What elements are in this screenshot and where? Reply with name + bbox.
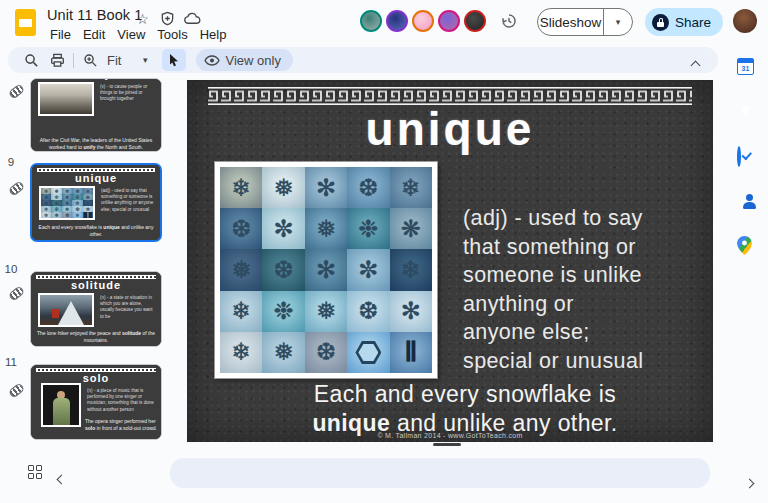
snowflake-photo-cell bbox=[347, 332, 389, 373]
snowflake-photo-cell: ✻ bbox=[305, 249, 347, 290]
menu-view[interactable]: View bbox=[111, 25, 151, 44]
lock-icon bbox=[652, 14, 669, 31]
collaborator-avatar-1[interactable] bbox=[360, 10, 382, 32]
thumb-title: unique bbox=[32, 172, 160, 184]
collaborator-avatar-2[interactable] bbox=[386, 10, 408, 32]
snowflake-photo-cell: ❄ bbox=[41, 212, 51, 218]
grid-view-button[interactable] bbox=[28, 465, 43, 480]
document-title[interactable]: Unit 11 Book 1 bbox=[47, 7, 142, 23]
tasks-icon[interactable] bbox=[737, 146, 741, 167]
select-tool-button[interactable] bbox=[162, 49, 186, 71]
share-button[interactable]: Share bbox=[645, 8, 723, 36]
user-avatar[interactable] bbox=[733, 9, 757, 33]
thumbnail-image-unity bbox=[38, 82, 94, 116]
menu-edit[interactable]: Edit bbox=[77, 25, 111, 44]
zoom-dropdown-caret-icon[interactable]: ▾ bbox=[143, 55, 148, 65]
thumb-title: unity bbox=[31, 78, 161, 80]
collaborator-avatar-4[interactable] bbox=[438, 10, 460, 32]
snowflake-photo-cell: ❆ bbox=[347, 167, 389, 208]
thumb-caption: Each and every snowflake is unique and u… bbox=[36, 224, 156, 237]
menu-help[interactable]: Help bbox=[194, 25, 233, 44]
collaborator-avatar-3[interactable] bbox=[412, 10, 434, 32]
transition-icon bbox=[8, 180, 25, 196]
thumbnail-image-solo bbox=[41, 383, 81, 427]
divider bbox=[73, 53, 74, 68]
thumb-definition: (v) - to cause people or things to be jo… bbox=[100, 84, 157, 103]
thumb-title: solitude bbox=[31, 279, 161, 291]
snowflake-photo-cell: ✻ bbox=[390, 291, 432, 332]
slide-thumbnail-9-selected[interactable]: unique ❄❅✻❆❄❆✼❅❉❋❅❆✻✼❄❄❉❅❆✻❄❅❆❄Ⅱ (adj) -… bbox=[30, 163, 162, 242]
transition-icon bbox=[8, 382, 25, 398]
snowflake-photo-cell: ❋ bbox=[390, 208, 432, 249]
thumb-caption: After the Civil War, the leaders of the … bbox=[35, 137, 157, 150]
snowflake-photo-grid: ❄❅✻❆❄❆✼❅❉❋❅❆✻✼❄❄❉❅❆✻❄❅❆Ⅱ bbox=[215, 162, 437, 378]
snowflake-photo-cell: ❄ bbox=[220, 167, 262, 208]
snowflake-photo-cell: ❆ bbox=[220, 208, 262, 249]
speaker-notes-bar[interactable] bbox=[170, 458, 710, 488]
slide-filmstrip: unity (v) - to cause people or things to… bbox=[0, 76, 172, 456]
thumbnail-image-snowflakes: ❄❅✻❆❄❆✼❅❉❋❅❆✻✼❄❄❉❅❆✻❄❅❆❄Ⅱ bbox=[39, 186, 95, 220]
snowflake-photo-cell: ✻ bbox=[305, 167, 347, 208]
slideshow-dropdown-caret-icon[interactable]: ▾ bbox=[604, 17, 632, 27]
snowflake-photo-cell: ✼ bbox=[262, 208, 304, 249]
search-icon[interactable] bbox=[18, 49, 44, 71]
slide-thumbnail-11[interactable]: solo (n) - a piece of music that is perf… bbox=[30, 364, 162, 440]
snowflake-photo-cell: ❄ bbox=[390, 249, 432, 290]
snowflake-photo-cell: ❅ bbox=[51, 212, 61, 218]
slide-caption: Each and every snowflake is unique and u… bbox=[227, 380, 703, 439]
thumbnail-image-solitude bbox=[38, 293, 94, 327]
snowflake-photo-cell: ❆ bbox=[305, 332, 347, 373]
snowflake-photo-cell: ❆ bbox=[262, 249, 304, 290]
snowflake-photo-cell: ❅ bbox=[262, 332, 304, 373]
snowflake-photo-cell: ✼ bbox=[347, 249, 389, 290]
snowflake-photo-cell: ❄ bbox=[390, 167, 432, 208]
collaborator-avatar-5[interactable] bbox=[464, 10, 486, 32]
menu-file[interactable]: File bbox=[44, 25, 77, 44]
collaborator-avatars bbox=[360, 10, 486, 32]
slide-thumbnail-10[interactable]: solitude (n) - a state or situation in w… bbox=[30, 271, 162, 347]
google-slides-logo-icon[interactable] bbox=[15, 9, 36, 36]
slide-number: 11 bbox=[2, 356, 20, 368]
collapse-toolbar-button[interactable] bbox=[692, 55, 704, 65]
snowflake-photo-cell: ❄ bbox=[72, 212, 82, 218]
snowflake-photo-cell: ❅ bbox=[220, 249, 262, 290]
slide-definition: (adj) - used to say that something or so… bbox=[463, 204, 703, 376]
app-header: Unit 11 Book 1 ☆ File Edit View Tools He… bbox=[0, 0, 768, 45]
snowflake-photo-cell: ❅ bbox=[305, 208, 347, 249]
menubar: File Edit View Tools Help bbox=[44, 25, 232, 44]
slide-credit: © M. Tallman 2014 - www.GotToTeach.com bbox=[187, 432, 713, 439]
google-apps-side-panel: 31 bbox=[722, 45, 768, 503]
slide-number: 10 bbox=[2, 263, 20, 275]
thumb-definition: (adj) - used to say that something or so… bbox=[101, 188, 158, 213]
maps-icon[interactable] bbox=[737, 236, 754, 253]
slideshow-button[interactable]: Slideshow ▾ bbox=[537, 8, 633, 36]
snowflake-photo-cell: ❉ bbox=[347, 208, 389, 249]
thumb-definition: (n) - a state or situation in which you … bbox=[100, 295, 157, 320]
calendar-icon[interactable]: 31 bbox=[737, 58, 754, 75]
snowflake-photo-cell: ❆ bbox=[347, 291, 389, 332]
slide-number: 9 bbox=[2, 156, 20, 168]
snowflake-photo-cell: ❄ bbox=[220, 291, 262, 332]
thumb-definition: (n) - a piece of music that is performed… bbox=[87, 388, 157, 413]
transition-icon bbox=[8, 83, 25, 99]
slide-thumbnail-8[interactable]: unity (v) - to cause people or things to… bbox=[30, 78, 162, 152]
print-icon[interactable] bbox=[44, 49, 70, 71]
toolbar: Fit ▾ View only bbox=[8, 47, 718, 73]
snowflake-photo-cell: ❅ bbox=[262, 167, 304, 208]
thumb-caption: The opera singer performed her solo in f… bbox=[85, 418, 159, 431]
collapse-filmstrip-button[interactable] bbox=[58, 469, 65, 487]
slide-canvas[interactable]: unique ❄❅✻❆❄❆✼❅❉❋❅❆✻✼❄❄❉❅❆✻❄❅❆Ⅱ (adj) - … bbox=[187, 80, 713, 442]
version-history-icon[interactable] bbox=[500, 12, 518, 30]
view-only-mode-button[interactable]: View only bbox=[196, 49, 293, 71]
slideshow-label: Slideshow bbox=[538, 15, 603, 30]
eye-icon bbox=[204, 55, 220, 66]
menu-tools[interactable]: Tools bbox=[151, 25, 193, 44]
transition-icon bbox=[8, 285, 25, 301]
zoom-icon[interactable] bbox=[77, 49, 103, 71]
slide-title: unique bbox=[187, 102, 713, 156]
snowflake-photo-cell: Ⅱ bbox=[390, 332, 432, 373]
thumb-caption: The lone hiker enjoyed the peace and sol… bbox=[35, 330, 157, 343]
snowflake-photo-cell: ❆ bbox=[62, 212, 72, 218]
zoom-level-select[interactable]: Fit bbox=[107, 53, 131, 68]
speaker-notes-drag-handle[interactable] bbox=[433, 443, 461, 446]
